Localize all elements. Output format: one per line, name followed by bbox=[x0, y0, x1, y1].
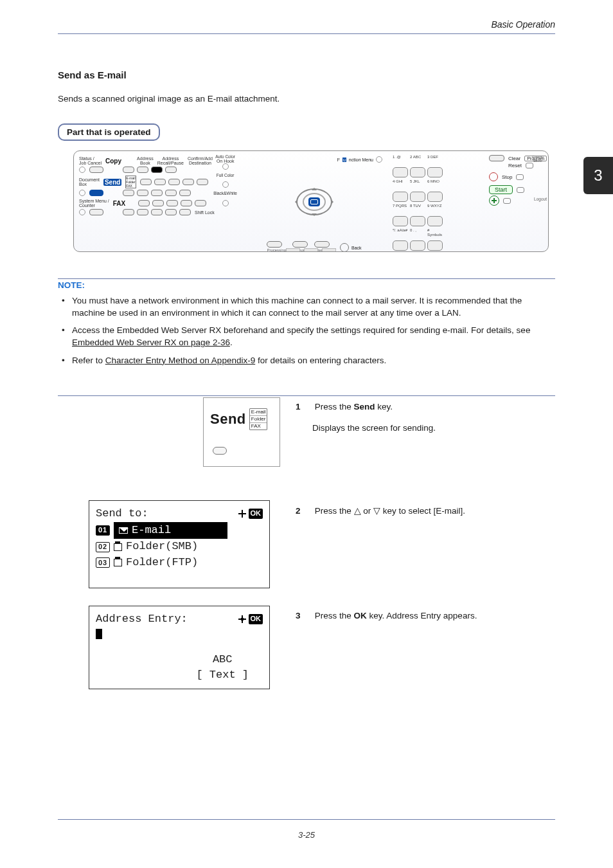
note3-text-b: for details on entering characters. bbox=[255, 356, 386, 365]
color-mode-col: Auto Color Full Color Black&White bbox=[213, 155, 237, 206]
function-menu-led-icon bbox=[376, 156, 382, 163]
note3-link[interactable]: Character Entry Method on Appendix-9 bbox=[105, 356, 255, 365]
reset-key[interactable] bbox=[516, 174, 524, 180]
step-3: 3 Press the OK key. Address Entry appear… bbox=[296, 611, 555, 620]
note2-link[interactable]: Embedded Web Server RX on page 2-36 bbox=[72, 338, 230, 347]
fax-key-label: FAX bbox=[113, 200, 125, 207]
dpad-left-icon[interactable] bbox=[292, 199, 298, 204]
onetouch-row-2[interactable] bbox=[123, 190, 191, 196]
step2-b: or bbox=[361, 506, 374, 516]
step1-num: 1 bbox=[296, 402, 307, 411]
onetouch-row-3[interactable] bbox=[138, 200, 206, 206]
lcd1-row-email[interactable]: E-mail bbox=[114, 522, 227, 539]
key-5[interactable] bbox=[410, 192, 425, 202]
start-key[interactable] bbox=[489, 195, 499, 206]
logout-key[interactable] bbox=[503, 198, 511, 204]
opt-email: E-mail bbox=[250, 409, 267, 415]
key-1-label: 1 .@ bbox=[393, 155, 408, 165]
note2-text-b: . bbox=[230, 338, 233, 347]
panel-right: 1 .@ 2 ABC 3 DEF 4 GHI 5 JKL 6 MNO 7 PQR… bbox=[387, 151, 548, 252]
ok-center-key[interactable] bbox=[308, 197, 320, 206]
note1-text: You must have a network environment in w… bbox=[72, 296, 522, 318]
numeric-keypad[interactable]: 1 .@ 2 ABC 3 DEF 4 GHI 5 JKL 6 MNO 7 PQR… bbox=[393, 155, 485, 251]
copy-key[interactable] bbox=[89, 167, 103, 173]
confirm-label: Confirm/Add Destination bbox=[188, 156, 213, 165]
key-7-label: 7 PQRS bbox=[393, 204, 408, 214]
program-key[interactable] bbox=[526, 163, 533, 168]
key-8[interactable] bbox=[410, 216, 425, 226]
lcd1-title: Send to: bbox=[96, 506, 148, 522]
note-item-1: You must have a network environment in w… bbox=[58, 294, 555, 319]
onetouch-row-1[interactable] bbox=[140, 179, 208, 185]
top-buttons[interactable] bbox=[123, 167, 177, 173]
lcd1-num-01: 01 bbox=[96, 525, 110, 536]
key-4[interactable] bbox=[393, 192, 408, 202]
folder-smb-icon bbox=[114, 543, 122, 551]
auto-color-label: Auto Color bbox=[215, 155, 235, 159]
lcd1-email-label: E-mail bbox=[132, 523, 171, 539]
note-item-2: Access the Embedded Web Server RX before… bbox=[58, 324, 555, 348]
step1-c: key. bbox=[375, 402, 393, 411]
panel-left: Status / Job Cancel Copy Address Book Ad… bbox=[74, 151, 241, 252]
header-rule bbox=[58, 33, 555, 34]
dpad[interactable] bbox=[294, 186, 335, 217]
stop-key[interactable] bbox=[517, 187, 524, 193]
key-6-label: 6 MNO bbox=[427, 179, 443, 190]
key-7[interactable] bbox=[393, 216, 408, 226]
key-6[interactable] bbox=[427, 192, 443, 202]
lcd1-smb-label[interactable]: Folder(SMB) bbox=[126, 539, 198, 555]
send-opts: E-mail Folder FAX bbox=[125, 176, 136, 188]
clear-key[interactable] bbox=[489, 155, 504, 161]
key-0[interactable] bbox=[410, 240, 425, 251]
key-hash[interactable] bbox=[427, 240, 443, 251]
key-hash-label: # Symbols bbox=[427, 228, 443, 239]
processing-label: Processing bbox=[267, 248, 286, 252]
send-key-led-icon bbox=[213, 447, 227, 455]
stop-label: Stop bbox=[502, 174, 512, 180]
fax-key[interactable] bbox=[89, 209, 103, 215]
lcd1-ftp-label[interactable]: Folder(FTP) bbox=[126, 555, 198, 571]
function-menu-label: Function Menu bbox=[337, 156, 382, 163]
footer-rule bbox=[58, 819, 555, 820]
key-star[interactable] bbox=[393, 240, 408, 251]
step-1: 1 Press the Send key. bbox=[296, 402, 555, 411]
key-9[interactable] bbox=[427, 216, 443, 226]
processing-led-icon bbox=[267, 241, 282, 248]
key-3-label: 3 DEF bbox=[427, 155, 443, 165]
copy-key-label: Copy bbox=[105, 158, 121, 165]
operated-part-label: Part that is operated bbox=[58, 123, 160, 141]
lcd1-num-02: 02 bbox=[96, 542, 110, 552]
step2-a: Press the bbox=[315, 506, 354, 516]
shift-label: Shift Lock bbox=[195, 210, 215, 215]
lcd-address-entry: Address Entry: OK ABC [ Text ] bbox=[89, 606, 270, 689]
key-1[interactable] bbox=[393, 167, 408, 177]
dpad-up-icon[interactable] bbox=[312, 185, 317, 190]
note-rule-top bbox=[58, 278, 555, 279]
onetouch-row-4[interactable] bbox=[123, 209, 191, 215]
bw-label: Black&White bbox=[213, 192, 237, 196]
back-icon bbox=[340, 243, 349, 252]
key-8-label: 8 TUV bbox=[410, 204, 425, 214]
dpad-right-icon[interactable] bbox=[331, 199, 336, 204]
key-2[interactable] bbox=[410, 167, 425, 177]
fmenu-highlight: u bbox=[342, 158, 346, 162]
dpad-down-icon[interactable] bbox=[312, 213, 317, 219]
system-led-icon bbox=[79, 209, 85, 215]
back-key[interactable]: Back bbox=[340, 243, 362, 252]
attention-led-icon bbox=[314, 241, 330, 248]
fmenu-pre: F bbox=[337, 158, 340, 162]
send-key[interactable] bbox=[89, 190, 103, 196]
fmenu-post: nction Menu bbox=[349, 158, 373, 162]
addrbook-label: Address Book bbox=[137, 156, 154, 165]
down-triangle-icon: ▽ bbox=[373, 506, 380, 516]
note-item-3: Refer to Character Entry Method on Appen… bbox=[58, 354, 555, 366]
ok-badge-2: OK bbox=[249, 614, 263, 624]
note-rule-bot bbox=[58, 395, 555, 396]
reset-label: Reset bbox=[508, 163, 522, 168]
bw-led-icon bbox=[222, 200, 229, 206]
lcd2-softkey-text[interactable]: [ Text ] bbox=[196, 667, 249, 683]
key-3[interactable] bbox=[427, 167, 443, 177]
lcd2-title: Address Entry: bbox=[96, 611, 188, 628]
memory-led-icon bbox=[292, 241, 308, 248]
text-cursor-icon bbox=[96, 629, 102, 639]
